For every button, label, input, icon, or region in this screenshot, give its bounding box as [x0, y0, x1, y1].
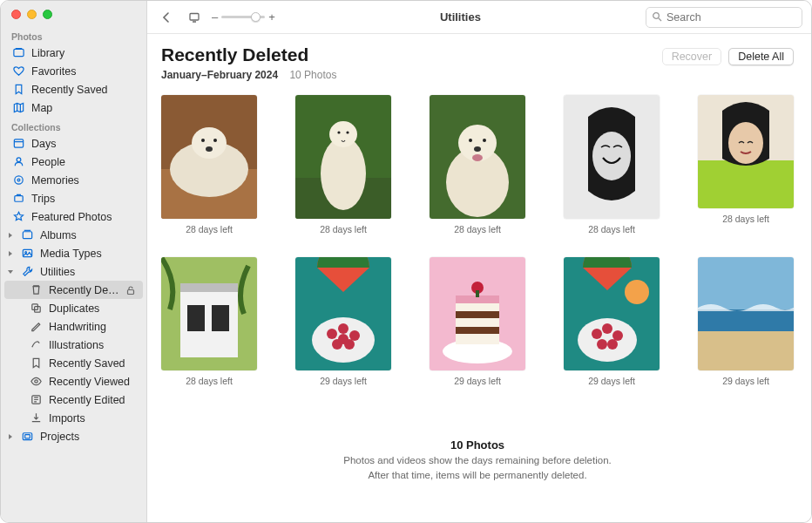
sidebar-item-label: Memories [31, 174, 139, 187]
photo-item[interactable]: 28 days left [430, 95, 525, 234]
photo-item[interactable]: 28 days left [564, 95, 660, 234]
toolbar-title: Utilities [282, 10, 639, 24]
recover-button[interactable]: Recover [662, 48, 722, 65]
search-field[interactable] [646, 7, 802, 28]
sidebar-item-label: Illustrations [49, 339, 139, 351]
zoom-thumb[interactable] [251, 12, 261, 22]
sidebar-item-projects[interactable]: Projects [1, 427, 146, 445]
sidebar-item-media-types[interactable]: Media Types [1, 244, 146, 262]
sidebar-item-favorites[interactable]: Favorites [1, 62, 146, 80]
svg-point-70 [612, 330, 623, 341]
svg-point-4 [14, 176, 22, 184]
sidebar-item-label: Duplicates [49, 302, 139, 315]
illustrations-icon [29, 338, 43, 352]
sidebar-item-handwriting[interactable]: Handwriting [1, 317, 146, 336]
svg-rect-75 [698, 331, 794, 370]
chevron-down-icon[interactable] [6, 268, 15, 276]
svg-point-30 [337, 131, 340, 133]
svg-point-24 [213, 139, 217, 142]
svg-point-72 [607, 339, 618, 350]
svg-point-36 [483, 139, 486, 142]
sidebar-item-map[interactable]: Map [1, 98, 146, 117]
app-window: Photos Library Favorites Recently Saved … [0, 0, 812, 523]
photo-item[interactable]: 28 days left [698, 95, 794, 234]
minimize-window-button[interactable] [27, 10, 37, 19]
svg-rect-42 [698, 160, 794, 208]
duplicates-icon [29, 302, 43, 316]
svg-rect-64 [476, 290, 479, 297]
sidebar-item-duplicates[interactable]: Duplicates [1, 299, 146, 317]
sidebar-item-label: Days [31, 138, 139, 150]
days-left-label: 28 days left [186, 224, 233, 234]
photo-item[interactable]: 28 days left [295, 95, 391, 234]
sidebar-item-albums[interactable]: Albums [1, 226, 146, 244]
delete-all-button[interactable]: Delete All [728, 48, 794, 65]
photo-item[interactable]: 28 days left [161, 257, 257, 386]
chevron-right-icon[interactable] [6, 231, 15, 240]
close-window-button[interactable] [11, 10, 21, 19]
zoom-minus[interactable]: – [212, 10, 218, 24]
photo-item[interactable]: 29 days left [698, 257, 794, 386]
sidebar-item-people[interactable]: People [1, 153, 146, 171]
zoom-plus[interactable]: + [268, 10, 275, 24]
svg-rect-7 [23, 232, 31, 239]
days-left-label: 29 days left [454, 376, 501, 386]
sidebar-item-memories[interactable]: Memories [1, 171, 146, 189]
zoom-track[interactable] [221, 16, 265, 18]
svg-point-3 [17, 158, 21, 162]
sidebar-item-featured-photos[interactable]: Featured Photos [1, 207, 146, 226]
back-button[interactable] [156, 7, 177, 28]
star-icon [11, 210, 25, 224]
sidebar-item-label: Featured Photos [31, 211, 139, 223]
sidebar-item-library[interactable]: Library [1, 44, 146, 62]
aspect-button[interactable] [184, 7, 205, 28]
media-types-icon [20, 247, 34, 261]
sidebar-item-trips[interactable]: Trips [1, 189, 146, 207]
svg-point-22 [192, 127, 227, 159]
main-panel: – + Utilities Recently Deleted January–F… [147, 1, 811, 522]
utilities-icon [20, 265, 34, 279]
sidebar-item-label: Recently Delet… [49, 284, 119, 296]
sidebar-item-imports[interactable]: Imports [1, 409, 146, 427]
sidebar-item-label: People [31, 156, 139, 168]
search-input[interactable] [667, 11, 796, 24]
photo-item[interactable]: 29 days left [430, 257, 525, 386]
sidebar-item-days[interactable]: Days [1, 134, 146, 153]
fullscreen-window-button[interactable] [43, 10, 52, 19]
date-range: January–February 2024 [161, 69, 278, 81]
days-left-label: 29 days left [722, 376, 769, 386]
sidebar-item-recently-deleted[interactable]: Recently Delet… [4, 281, 143, 299]
sidebar-item-label: Recently Saved [49, 357, 139, 370]
page-header: Recently Deleted January–February 2024 1… [161, 44, 794, 81]
photo-item[interactable]: 28 days left [161, 95, 257, 234]
sidebar-item-illustrations[interactable]: Illustrations [1, 336, 146, 354]
handwriting-icon [29, 320, 43, 334]
sidebar-item-recently-saved[interactable]: Recently Saved [1, 80, 146, 98]
sidebar-item-label: Map [31, 102, 139, 114]
chevron-right-icon[interactable] [6, 249, 15, 258]
sidebar-item-recently-saved-util[interactable]: Recently Saved [1, 354, 146, 372]
photo-thumbnail [698, 95, 794, 208]
photo-item[interactable]: 29 days left [295, 257, 391, 386]
footer-body: Photos and videos show the days remainin… [161, 453, 794, 482]
zoom-slider[interactable]: – + [212, 10, 275, 24]
edited-icon [29, 393, 43, 407]
svg-point-5 [17, 179, 20, 181]
chevron-right-icon[interactable] [6, 432, 15, 441]
photo-item[interactable]: 29 days left [564, 257, 660, 386]
sidebar-item-recently-viewed[interactable]: Recently Viewed [1, 372, 146, 391]
svg-rect-62 [456, 327, 499, 334]
trips-icon [11, 192, 25, 206]
svg-rect-6 [14, 196, 22, 202]
photo-thumbnail [430, 257, 525, 370]
svg-rect-17 [190, 13, 199, 20]
days-left-label: 28 days left [454, 224, 501, 234]
sidebar-item-recently-edited[interactable]: Recently Edited [1, 391, 146, 409]
library-icon [11, 46, 25, 60]
sidebar-section-photos: Photos [1, 26, 146, 44]
sidebar-item-utilities[interactable]: Utilities [1, 262, 146, 281]
memories-icon [11, 173, 25, 187]
content: Recently Deleted January–February 2024 1… [147, 34, 811, 522]
days-left-label: 28 days left [320, 224, 367, 234]
toolbar: – + Utilities [147, 1, 811, 34]
